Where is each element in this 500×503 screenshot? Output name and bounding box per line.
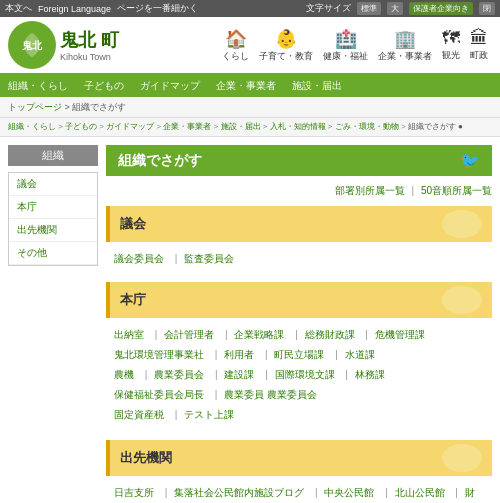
fontsize-large[interactable]: 大 (387, 2, 403, 15)
sidebar-item-saki[interactable]: 出先機関 (9, 219, 97, 242)
nav-chosei[interactable]: 🏛 町政 (466, 26, 492, 65)
honcho-row-4: 保健福祉委員会局長 | 農業委員 農業委員会 (114, 386, 484, 404)
section-saki-links: 日吉支所 | 集落社会公民館内施設ブログ | 中央公民館 | 北山公民館 | 財… (106, 480, 492, 503)
fontsize-normal[interactable]: 標準 (357, 2, 381, 15)
sidebar-item-honcho[interactable]: 本庁 (9, 196, 97, 219)
link-aggregated-cms[interactable]: 集落社会公民館内施設ブログ (174, 487, 304, 498)
link-hokenFukushi[interactable]: 保健福祉委員会局長 (114, 389, 204, 400)
link-nogyoFukushi[interactable]: 農業委員 農業委員会 (224, 389, 317, 400)
kosodate-icon: 👶 (275, 28, 297, 50)
honcho-row-5: 固定資産税 | テスト上課 (114, 406, 484, 424)
section-gikai-header: 議会 (106, 206, 492, 242)
nav-link-5[interactable]: 施設・届出 (284, 75, 350, 97)
honcho-decor (442, 286, 482, 314)
sep-1: | (175, 253, 178, 264)
section-gikai-links: 議会委員会 | 監査委員会 (106, 246, 492, 272)
link-kaikei[interactable]: 会計管理者 (164, 329, 214, 340)
fontsize-label: 文字サイズ (306, 2, 351, 15)
sidebar-title: 組織 (8, 145, 98, 166)
kanko-icon: 🗺 (442, 28, 460, 49)
kurashi-icon: 🏠 (225, 28, 247, 50)
business-link[interactable]: 保護者企業向き (409, 2, 473, 15)
nav-kosodate-label: 子育て・教育 (259, 50, 313, 63)
sort-sep: | (411, 185, 416, 196)
logo-svg: 鬼北 (12, 25, 52, 65)
header-nav: 🏠 くらし 👶 子育て・教育 🏥 健康・福祉 🏢 企業・事業者 🗺 観光 🏛 町… (119, 26, 492, 65)
link-rinmu[interactable]: 林務課 (355, 369, 385, 380)
link-hiyoshiShisho[interactable]: 日吉支所 (114, 487, 154, 498)
nav-link-4[interactable]: 企業・事業者 (208, 75, 284, 97)
skip-link[interactable]: 本文へ (5, 2, 32, 15)
nav-kanko[interactable]: 🗺 観光 (438, 26, 464, 65)
nav-kenko[interactable]: 🏥 健康・福祉 (319, 26, 372, 65)
honcho-row-3: 農機 | 農業委員会 | 建設課 | 国際環境文課 | 林務課 (114, 366, 484, 384)
nav-kurashi[interactable]: 🏠 くらし (218, 26, 253, 65)
breadcrumb: トップページ > 組織でさがす (0, 97, 500, 118)
logo-circle: 鬼北 (8, 21, 56, 69)
section-gikai-title: 議会 (120, 215, 146, 233)
close-btn[interactable]: 閉 (479, 2, 495, 15)
sidebar-item-sonota[interactable]: その他 (9, 242, 97, 265)
section-saki-header: 出先機関 (106, 440, 492, 476)
section-honcho-title: 本庁 (120, 291, 146, 309)
header: 鬼北 鬼北 町 Kihoku Town 🏠 くらし 👶 子育て・教育 🏥 健康・… (0, 17, 500, 75)
sitemap-link[interactable]: ページを一番細かく (117, 2, 198, 15)
sidebar-menu: 議会 本庁 出先機関 その他 (8, 172, 98, 266)
section-saki-title: 出先機関 (120, 449, 172, 467)
nav-link-3[interactable]: ガイドマップ (132, 75, 208, 97)
nav-kanko-label: 観光 (442, 49, 460, 62)
sort-by-50[interactable]: 50音順所属一覧 (421, 185, 492, 196)
breadcrumb-top[interactable]: トップページ (8, 102, 62, 112)
section-honcho: 本庁 出納室 | 会計管理者 | 企業戦略課 | 総務財政課 | 危機管理課 鬼… (106, 282, 492, 430)
sort-links: 部署別所属一覧 | 50音順所属一覧 (106, 184, 492, 198)
main-content: 組織でさがす 🐦 部署別所属一覧 | 50音順所属一覧 議会 議会委員会 | 監… (106, 145, 492, 503)
kigyo-icon: 🏢 (394, 28, 416, 50)
breadcrumb-current: 組織でさがす (72, 102, 126, 112)
nav-kigyo[interactable]: 🏢 企業・事業者 (374, 26, 436, 65)
section-honcho-links: 出納室 | 会計管理者 | 企業戦略課 | 総務財政課 | 危機管理課 鬼北環境… (106, 322, 492, 430)
link-test-ka[interactable]: テスト上課 (184, 409, 234, 420)
link-suidoKa[interactable]: 水道課 (345, 349, 375, 360)
link-riyo[interactable]: 利用者 (224, 349, 254, 360)
section-saki: 出先機関 日吉支所 | 集落社会公民館内施設ブログ | 中央公民館 | 北山公民… (106, 440, 492, 503)
link-kiki[interactable]: 危機管理課 (375, 329, 425, 340)
sort-by-org[interactable]: 部署別所属一覧 (335, 185, 405, 196)
section-gikai: 議会 議会委員会 | 監査委員会 (106, 206, 492, 272)
saki-row-1: 日吉支所 | 集落社会公民館内施設ブログ | 中央公民館 | 北山公民館 | 財… (114, 484, 484, 503)
honcho-row-1: 出納室 | 会計管理者 | 企業戦略課 | 総務財政課 | 危機管理課 (114, 326, 484, 344)
link-gikai-iinkai[interactable]: 議会委員会 (114, 253, 164, 264)
saki-decor (442, 444, 482, 472)
honcho-row-2: 鬼北環境管理事業社 | 利用者 | 町民立場課 | 水道課 (114, 346, 484, 364)
main-nav-bar: 組織・くらし 子どもの ガイドマップ 企業・事業者 施設・届出 (0, 75, 500, 97)
link-chuoKomin[interactable]: 中央公民館 (324, 487, 374, 498)
link-kitayamaKomin[interactable]: 北山公民館 (395, 487, 445, 498)
language-link[interactable]: Foreign Language (38, 4, 111, 14)
link-noki[interactable]: 農機 (114, 369, 134, 380)
link-suito[interactable]: 出納室 (114, 329, 144, 340)
nav-kurashi-label: くらし (222, 50, 249, 63)
sidebar: 組織 議会 本庁 出先機関 その他 (8, 145, 98, 503)
logo-town-en: Kihoku Town (60, 52, 119, 62)
link-nogyoIinkai[interactable]: 農業委員会 (154, 369, 204, 380)
link-kigyosenryaku[interactable]: 企業戦略課 (234, 329, 284, 340)
logo-town-name: 鬼北 町 (60, 28, 119, 52)
nav-link-2[interactable]: 子どもの (76, 75, 132, 97)
nav-kosodate[interactable]: 👶 子育て・教育 (255, 26, 317, 65)
chosei-icon: 🏛 (470, 28, 488, 49)
link-chominCourse[interactable]: 町民立場課 (274, 349, 324, 360)
link-kokusai[interactable]: 国際環境文課 (275, 369, 335, 380)
page-title-text: 組織でさがす (118, 152, 202, 170)
gikai-decor (442, 210, 482, 238)
content-wrap: 組織 議会 本庁 出先機関 その他 組織でさがす 🐦 部署別所属一覧 | 50音… (0, 137, 500, 503)
svg-text:鬼北: 鬼北 (21, 40, 43, 51)
link-kensetsu[interactable]: 建設課 (224, 369, 254, 380)
link-kihoku-kanri[interactable]: 鬼北環境管理事業社 (114, 349, 204, 360)
bird-icon: 🐦 (460, 151, 480, 170)
link-kansa-iinkai[interactable]: 監査委員会 (184, 253, 234, 264)
link-somuZaisei[interactable]: 総務財政課 (305, 329, 355, 340)
site-logo: 鬼北 鬼北 町 Kihoku Town (8, 21, 119, 69)
sidebar-item-gikai[interactable]: 議会 (9, 173, 97, 196)
breadcrumb-sub: 組織・くらし > 子どもの > ガイドマップ > 企業・事業者 > 施設・届出 … (0, 118, 500, 137)
nav-link-1[interactable]: 組織・くらし (0, 75, 76, 97)
link-kotei[interactable]: 固定資産税 (114, 409, 164, 420)
